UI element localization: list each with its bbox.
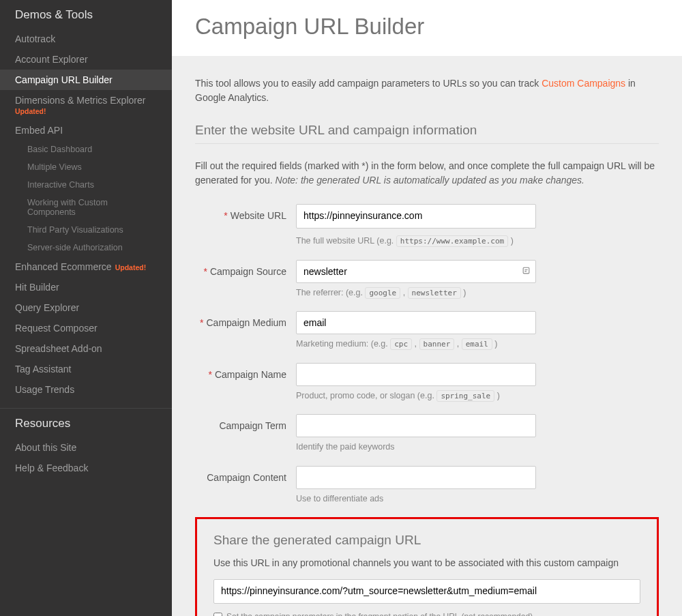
form-fields: *Website URLThe full website URL (e.g. h… — [195, 204, 659, 505]
updated-badge: Updated! — [15, 107, 157, 115]
share-desc: Use this URL in any promotional channels… — [213, 557, 640, 568]
form-label-col: *Campaign Name — [195, 363, 296, 381]
updated-badge: Updated! — [115, 263, 147, 272]
form-hint: Product, promo code, or slogan (e.g. spr… — [296, 390, 536, 402]
sidebar-subitem-interactive-charts[interactable]: Interactive Charts — [0, 176, 172, 194]
form-label: *Website URL — [224, 210, 286, 221]
sidebar-item-label: Dimensions & Metrics Explorer — [15, 95, 145, 106]
intro-text: This tool allows you to easily add campa… — [195, 76, 659, 105]
sidebar-item-label: Embed API — [15, 125, 63, 136]
sidebar-item-dimensions-metrics-explorer[interactable]: Dimensions & Metrics ExplorerUpdated! — [0, 90, 172, 120]
sidebar-item-label: Enhanced Ecommerce — [15, 261, 112, 272]
sidebar-subitem-third-party-visualizations[interactable]: Third Party Visualizations — [0, 221, 172, 239]
sidebar-subitem-basic-dashboard[interactable]: Basic Dashboard — [0, 141, 172, 158]
form-row-campaign-content: Campaign ContentUse to differentiate ads — [195, 466, 659, 505]
help-note: Note: the generated URL is automatically… — [276, 175, 584, 186]
form-label: *Campaign Source — [203, 266, 286, 277]
form-label-col: Campaign Term — [195, 414, 296, 432]
sidebar-item-label: Campaign URL Builder — [15, 74, 113, 85]
sidebar-item-tag-assistant[interactable]: Tag Assistant — [0, 359, 172, 379]
sidebar-item-label: Account Explorer — [15, 54, 88, 65]
sidebar-item-hit-builder[interactable]: Hit Builder — [0, 277, 172, 297]
form-row-campaign-name: *Campaign NameProduct, promo code, or sl… — [195, 363, 659, 402]
sidebar-item-label: Autotrack — [15, 33, 55, 44]
form-row-campaign-medium: *Campaign MediumMarketing medium: (e.g. … — [195, 311, 659, 351]
hint-code: newsletter — [408, 287, 461, 299]
sidebar-item-label: Usage Trends — [15, 384, 74, 395]
sidebar-item-usage-trends[interactable]: Usage Trends — [0, 379, 172, 400]
required-star: * — [200, 317, 203, 328]
sidebar-item-label: About this Site — [15, 442, 76, 453]
content-area: This tool allows you to easily add campa… — [172, 56, 682, 616]
form-hint: The full website URL (e.g. https://www.e… — [296, 235, 536, 248]
form-input-col: Marketing medium: (e.g. cpc , banner , e… — [296, 311, 536, 351]
autofill-icon — [522, 266, 531, 277]
form-row-website-url: *Website URLThe full website URL (e.g. h… — [195, 204, 659, 248]
website-url-input[interactable] — [296, 204, 536, 229]
svg-rect-0 — [523, 267, 529, 274]
fragment-checkbox-label: Set the campaign parameters in the fragm… — [226, 612, 535, 616]
sidebar-item-help-feedback[interactable]: Help & Feedback — [0, 458, 172, 478]
custom-campaigns-link[interactable]: Custom Campaigns — [542, 78, 625, 89]
form-label-col: *Campaign Source — [195, 260, 296, 278]
hint-code: banner — [419, 338, 455, 350]
form-hint: Identify the paid keywords — [296, 441, 536, 454]
campaign-term-input[interactable] — [296, 414, 536, 437]
sidebar-item-label: Hit Builder — [15, 282, 59, 293]
form-row-campaign-term: Campaign TermIdentify the paid keywords — [195, 414, 659, 454]
sidebar-subitem-multiple-views[interactable]: Multiple Views — [0, 158, 172, 176]
campaign-medium-input[interactable] — [296, 311, 536, 334]
campaign-name-input[interactable] — [296, 363, 536, 386]
form-label: Campaign Term — [219, 420, 286, 431]
form-hint: Marketing medium: (e.g. cpc , banner , e… — [296, 338, 536, 351]
sidebar-item-about-this-site[interactable]: About this Site — [0, 437, 172, 458]
required-star: * — [224, 210, 227, 221]
sidebar-item-request-composer[interactable]: Request Composer — [0, 318, 172, 338]
fragment-checkbox-row: Set the campaign parameters in the fragm… — [213, 612, 640, 616]
page-title: Campaign URL Builder — [195, 14, 659, 40]
sidebar-item-label: Spreadsheet Add-on — [15, 343, 102, 354]
intro-pre: This tool allows you to easily add campa… — [195, 78, 542, 89]
campaign-content-input[interactable] — [296, 466, 536, 489]
hint-code: cpc — [390, 338, 412, 350]
form-input-col: Product, promo code, or slogan (e.g. spr… — [296, 363, 536, 402]
form-label: *Campaign Medium — [200, 317, 286, 328]
campaign-source-input[interactable] — [296, 260, 536, 283]
sidebar-item-campaign-url-builder[interactable]: Campaign URL Builder — [0, 70, 172, 90]
generated-url-field[interactable] — [213, 579, 640, 604]
hint-code: spring_sale — [436, 390, 494, 402]
sidebar-subitem-working-with-custom-components[interactable]: Working with Custom Components — [0, 194, 172, 221]
form-label-col: *Campaign Medium — [195, 311, 296, 329]
form-row-campaign-source: *Campaign SourceThe referrer: (e.g. goog… — [195, 260, 659, 299]
sidebar-subitem-server-side-authorization[interactable]: Server-side Authorization — [0, 239, 172, 256]
sidebar-item-label: Query Explorer — [15, 302, 79, 313]
sidebar-item-label: Help & Feedback — [15, 463, 88, 473]
hint-code: email — [462, 338, 492, 350]
sidebar-item-enhanced-ecommerce[interactable]: Enhanced EcommerceUpdated! — [0, 256, 172, 277]
sidebar-item-account-explorer[interactable]: Account Explorer — [0, 49, 172, 70]
required-star: * — [208, 369, 211, 380]
sidebar-item-spreadsheet-add-on[interactable]: Spreadsheet Add-on — [0, 338, 172, 359]
page-header: Campaign URL Builder — [172, 0, 682, 56]
input-wrap — [296, 260, 536, 283]
sidebar-item-query-explorer[interactable]: Query Explorer — [0, 297, 172, 318]
share-title: Share the generated campaign URL — [213, 533, 640, 548]
form-label: Campaign Content — [207, 472, 286, 483]
sidebar-item-label: Request Composer — [15, 323, 98, 334]
form-input-col: The referrer: (e.g. google , newsletter … — [296, 260, 536, 299]
sidebar-item-embed-api[interactable]: Embed API — [0, 120, 172, 141]
fragment-checkbox[interactable] — [213, 613, 222, 617]
sidebar-item-autotrack[interactable]: Autotrack — [0, 29, 172, 49]
help-text: Fill out the required fields (marked wit… — [195, 159, 659, 188]
section-title: Enter the website URL and campaign infor… — [195, 123, 659, 144]
main-content: Campaign URL Builder This tool allows yo… — [172, 0, 682, 616]
sidebar: Demos & ToolsAutotrackAccount ExplorerCa… — [0, 0, 172, 616]
share-section: Share the generated campaign URL Use thi… — [195, 517, 659, 616]
form-hint: Use to differentiate ads — [296, 493, 536, 505]
hint-code: google — [365, 287, 400, 299]
required-star: * — [203, 266, 207, 277]
form-label: *Campaign Name — [208, 369, 286, 380]
form-hint: The referrer: (e.g. google , newsletter … — [296, 287, 536, 299]
form-input-col: Identify the paid keywords — [296, 414, 536, 454]
form-input-col: The full website URL (e.g. https://www.e… — [296, 204, 536, 248]
